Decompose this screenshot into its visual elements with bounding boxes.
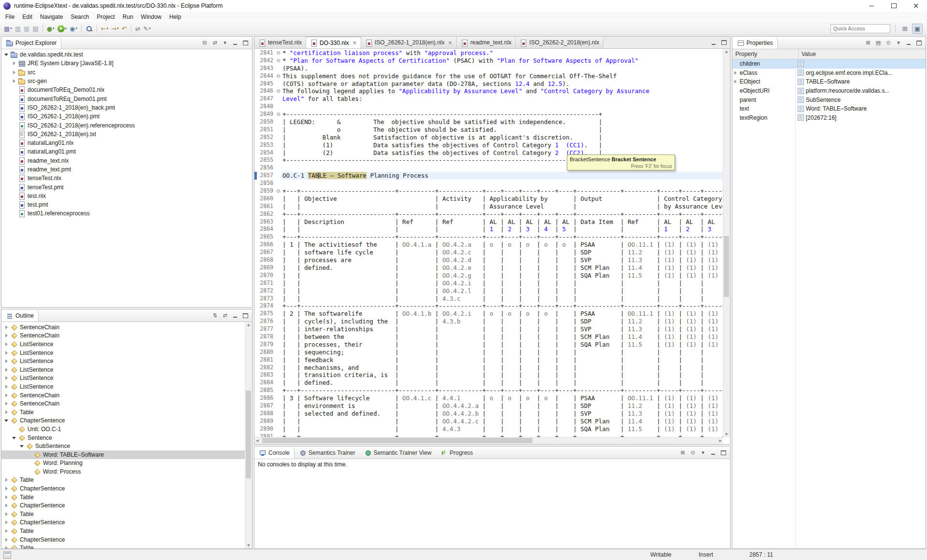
line-number[interactable]: 2879 — [257, 341, 275, 349]
outline-scrollbar[interactable]: ▲ ▼ — [245, 322, 252, 548]
line-number[interactable]: 2856 — [257, 164, 275, 172]
tree-collapsed-icon[interactable] — [3, 374, 10, 383]
editor-text[interactable]: | | defined. | | | | | | | | | | | | | |… — [281, 379, 723, 387]
minimize-icon[interactable] — [709, 38, 718, 47]
editor-text[interactable]: | | | | OO.4.2.l | | | | | | | | | | | |… — [281, 287, 723, 295]
fold-collapse-icon[interactable]: ⊖ — [275, 187, 281, 195]
console-tab-semantic-trainer-view[interactable]: Semantic Trainer View — [360, 447, 436, 459]
fold-collapse-icon[interactable]: ⊖ — [275, 87, 281, 95]
open-console-icon[interactable]: ⊞ — [678, 448, 687, 457]
external-tools-icon[interactable]: ◉▾ — [69, 23, 78, 34]
tree-collapsed-icon[interactable] — [3, 408, 10, 417]
maximize-icon[interactable] — [914, 39, 923, 47]
quick-access-input[interactable] — [830, 24, 890, 33]
line-number[interactable]: 2876 — [257, 318, 275, 325]
tree-item[interactable]: test.nlx — [1, 192, 252, 200]
properties-tab[interactable]: Properties — [732, 37, 778, 49]
editor-vertical-scrollbar[interactable]: ▲ ▼ — [723, 49, 730, 437]
view-menu-icon[interactable]: ▾ — [699, 448, 707, 457]
notifications-icon[interactable] — [3, 551, 11, 559]
scroll-up-icon[interactable]: ▲ — [247, 323, 250, 327]
tree-item[interactable]: ListSentence — [1, 365, 252, 374]
minimize-icon[interactable] — [709, 448, 717, 457]
line-number[interactable]: 2846 — [257, 87, 275, 95]
line-number[interactable]: 2869 — [257, 264, 275, 272]
tree-collapsed-icon[interactable] — [3, 349, 10, 357]
tree-item[interactable]: ChapterSentence — [1, 535, 252, 544]
tree-item[interactable]: tenseTest.pmt — [1, 182, 252, 191]
menu-navigate[interactable]: Navigate — [36, 12, 67, 22]
editor-text[interactable]: | Blank Satisfaction of objective is at … — [281, 134, 723, 141]
editor-text[interactable] — [281, 180, 723, 187]
back-icon[interactable]: ←▾ — [100, 23, 109, 34]
line-number[interactable]: 2842 — [257, 57, 275, 65]
editor-text[interactable]: (COTS) software or adaptation parameter … — [281, 80, 723, 88]
fold-collapse-icon[interactable]: ⊖ — [275, 49, 281, 57]
line-number[interactable]: 2843 — [257, 65, 275, 72]
line-number[interactable]: 2845 — [257, 80, 275, 88]
line-number[interactable]: 2877 — [257, 325, 275, 333]
line-number[interactable]: 2890 — [257, 425, 275, 433]
tree-item[interactable]: Table — [1, 476, 252, 485]
minimize-icon[interactable] — [904, 39, 913, 47]
menu-edit[interactable]: Edit — [18, 12, 36, 22]
editor-text[interactable]: +---+--------------------------+--------… — [281, 187, 723, 195]
tree-collapsed-icon[interactable] — [3, 340, 10, 349]
line-number[interactable]: 2873 — [257, 295, 275, 303]
view-menu-icon[interactable]: ▾ — [221, 39, 229, 47]
scrollbar-thumb[interactable] — [246, 391, 251, 478]
editor-tab[interactable]: DO-330.nlx× — [306, 37, 361, 48]
line-number[interactable]: 2847 — [257, 95, 275, 103]
line-number[interactable]: 2860 — [257, 195, 275, 203]
editor-text[interactable]: The following legend applies to "Applica… — [281, 87, 723, 95]
editor-text[interactable]: +---------------------------------------… — [281, 111, 723, 118]
console-tab-console[interactable]: Console — [254, 447, 295, 459]
tree-collapsed-icon[interactable] — [3, 382, 10, 391]
column-divider[interactable] — [795, 59, 796, 548]
tree-item[interactable]: test.pmt — [1, 200, 252, 209]
line-number[interactable]: 2864 — [257, 225, 275, 233]
editor-tab[interactable]: readme_text.nlx — [457, 37, 516, 48]
print-icon[interactable]: ▤ — [31, 23, 39, 34]
editor-text[interactable]: | | defined. | | OO.4.2.e | | | | | | SC… — [281, 264, 723, 272]
editor-text[interactable]: | 1 | The activitiesof the | OO.4.1.a | … — [281, 241, 723, 249]
save-all-icon[interactable]: ▦ — [23, 23, 30, 34]
property-row[interactable]: eObjectURIplatform:/resource/de.validas.… — [732, 86, 926, 96]
line-number[interactable]: 2841 — [257, 49, 275, 57]
property-row[interactable]: EObjectTABLE–Software — [732, 77, 926, 86]
console-tab-progress[interactable]: Progress — [436, 447, 478, 459]
tree-item[interactable]: Sentence — [1, 434, 252, 442]
editor-text[interactable]: | | software life cycle | | OO.4.2.c | |… — [281, 249, 723, 256]
property-row[interactable]: parentSubSentence — [732, 95, 926, 104]
line-number[interactable]: 2887 — [257, 402, 275, 410]
tree-expanded-icon[interactable] — [18, 442, 26, 450]
tree-item[interactable]: documentToREq_Demo01.nlx — [1, 85, 252, 94]
tree-item[interactable]: src-gen — [1, 77, 252, 85]
tree-expanded-icon[interactable] — [3, 50, 10, 59]
tree-collapsed-icon[interactable] — [3, 544, 10, 548]
tree-item[interactable]: Word: Process — [1, 467, 252, 476]
line-number[interactable]: 2865 — [257, 233, 275, 241]
line-number[interactable]: 2881 — [257, 356, 275, 364]
editor-text[interactable]: | o The objective should be satisfied. | — [281, 126, 723, 134]
tree-item[interactable]: SubSentence — [1, 442, 252, 450]
editor-text[interactable]: | | | | 4.3.c | | | | | | | | | | | | | — [281, 295, 723, 303]
editor-text[interactable]: | | | | OO.4.2.i | | | | | | | | | | | |… — [281, 280, 723, 287]
tree-collapsed-icon[interactable] — [732, 77, 740, 86]
mark-occurrences-icon[interactable]: ✎▾ — [142, 23, 152, 34]
tree-item[interactable]: ListSentence — [1, 340, 252, 349]
tree-collapsed-icon[interactable] — [3, 535, 10, 544]
menu-window[interactable]: Window — [137, 12, 166, 22]
maximize-icon[interactable] — [719, 448, 728, 457]
line-number[interactable]: 2889 — [257, 418, 275, 425]
close-tab-icon[interactable]: × — [448, 40, 452, 46]
line-number[interactable]: 2857 — [257, 172, 275, 180]
tree-collapsed-icon[interactable] — [3, 357, 10, 365]
line-number[interactable]: 2851 — [257, 126, 275, 134]
tree-expanded-icon[interactable] — [11, 434, 18, 442]
editor-text[interactable]: +---+--------------------------+--------… — [281, 387, 723, 394]
line-number[interactable]: 2859 — [257, 187, 275, 195]
tree-item[interactable]: readme_text.pmt — [1, 165, 252, 174]
link-with-editor-icon[interactable]: ⇄ — [211, 39, 219, 47]
tree-item[interactable]: test01.referenceprocess — [1, 209, 252, 218]
